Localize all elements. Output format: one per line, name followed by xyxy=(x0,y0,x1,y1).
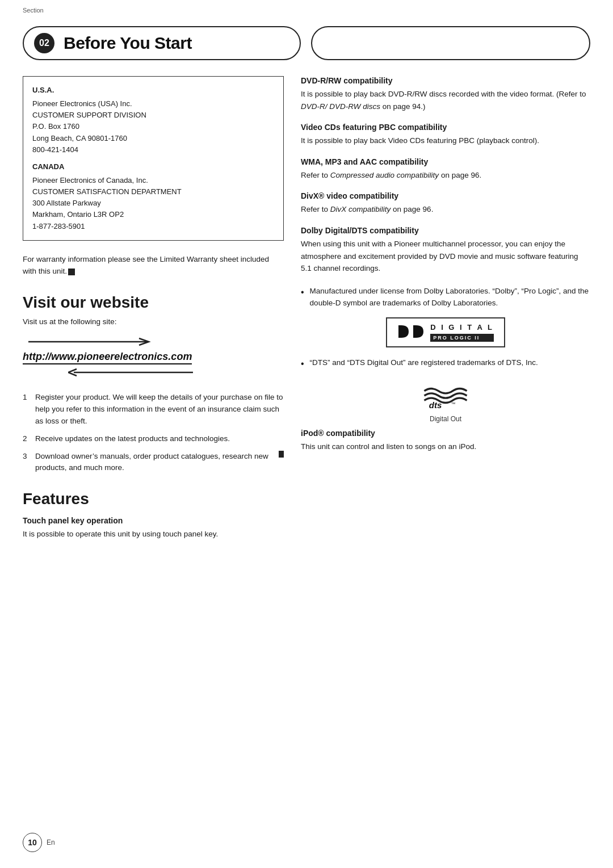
dolby-d2-icon xyxy=(412,324,425,339)
canada-line-4: Markham, Ontario L3R OP2 xyxy=(32,209,274,220)
address-box: U.S.A. Pioneer Electronics (USA) Inc. CU… xyxy=(23,76,284,241)
content: U.S.A. Pioneer Electronics (USA) Inc. CU… xyxy=(0,60,613,575)
url-arrow-bottom-svg xyxy=(68,366,227,378)
dolby-dts-heading: Dolby Digital/DTS compatibility xyxy=(301,226,590,235)
dolby-dd-shapes xyxy=(397,324,425,339)
usa-line-4: Long Beach, CA 90801-1760 xyxy=(32,133,274,144)
features-heading: Features xyxy=(23,490,284,508)
header-right-box xyxy=(311,26,590,60)
list-item: 1 Register your product. We will keep th… xyxy=(23,392,284,427)
divx-body: Refer to DivX compatibility on page 96. xyxy=(301,203,590,216)
visit-list: 1 Register your product. We will keep th… xyxy=(23,392,284,475)
dolby-text: D I G I T A L PRO LOGIC II xyxy=(430,323,494,342)
dolby-box: D I G I T A L PRO LOGIC II xyxy=(386,317,505,347)
visit-heading: Visit our website xyxy=(23,293,284,312)
dolby-digital-label: D I G I T A L xyxy=(430,323,494,333)
divx-section: DivX® video compatibility Refer to DivX … xyxy=(301,191,590,216)
stop-icon-2 xyxy=(279,451,284,458)
dolby-logo: D I G I T A L PRO LOGIC II xyxy=(301,317,590,347)
divx-heading: DivX® video compatibility xyxy=(301,191,590,200)
stop-icon xyxy=(68,269,75,275)
svg-text:dts: dts xyxy=(429,401,442,410)
right-column: DVD-R/RW compatibility It is possible to… xyxy=(301,76,590,552)
dts-logo-container: dts ™ Digital Out xyxy=(301,379,590,423)
usa-line-1: Pioneer Electronics (USA) Inc. xyxy=(32,98,274,110)
usa-label: U.S.A. xyxy=(32,85,274,96)
warranty-text: For warranty information please see the … xyxy=(23,253,284,278)
trademark-list: Manufactured under license from Dolby La… xyxy=(301,285,590,309)
video-cds-body: It is possible to play back Video CDs fe… xyxy=(301,135,590,147)
touch-panel-subheading: Touch panel key operation xyxy=(23,516,284,525)
left-column: U.S.A. Pioneer Electronics (USA) Inc. CU… xyxy=(23,76,284,552)
ipod-body: This unit can control and listen to song… xyxy=(301,441,590,453)
dolby-dts-body: When using this unit with a Pioneer mult… xyxy=(301,238,590,275)
title-pill: 02 Before You Start xyxy=(23,26,301,60)
dolby-prologic-label: PRO LOGIC II xyxy=(430,334,494,342)
footer-lang: En xyxy=(47,838,55,846)
usa-line-3: P.O. Box 1760 xyxy=(32,121,274,132)
dvd-rw-heading: DVD-R/RW compatibility xyxy=(301,76,590,85)
usa-line-2: CUSTOMER SUPPORT DIVISION xyxy=(32,110,274,121)
wma-mp3-body: Refer to Compressed audio compatibility … xyxy=(301,169,590,182)
canada-line-5: 1-877-283-5901 xyxy=(32,221,274,232)
visit-subtext: Visit us at the following site: xyxy=(23,317,284,326)
svg-rect-3 xyxy=(413,325,416,338)
svg-rect-2 xyxy=(398,325,401,338)
page-number: 10 xyxy=(23,833,42,852)
website-url[interactable]: http://www.pioneerelectronics.com xyxy=(23,351,192,364)
ipod-section: iPod® compatibility This unit can contro… xyxy=(301,429,590,453)
dts-digital-out-label: Digital Out xyxy=(430,415,461,423)
video-cds-heading: Video CDs featuring PBC compatibility xyxy=(301,123,590,132)
dolby-bullet: Manufactured under license from Dolby La… xyxy=(301,285,590,309)
list-item: 2 Receive updates on the latest products… xyxy=(23,433,284,445)
dts-logo-icon: dts ™ xyxy=(417,379,474,413)
page: Section 02 Before You Start U.S.A. Pione… xyxy=(0,0,613,868)
url-arrow-svg xyxy=(28,337,187,350)
dolby-dd-symbol xyxy=(397,324,425,340)
canada-label: CANADA xyxy=(32,161,274,173)
dts-bullet: “DTS” and “DTS Digital Out” are register… xyxy=(301,357,590,371)
footer: 10 En xyxy=(23,833,55,852)
usa-line-5: 800-421-1404 xyxy=(32,144,274,156)
dts-trademark-list: “DTS” and “DTS Digital Out” are register… xyxy=(301,357,590,371)
dvd-rw-body: It is possible to play back DVD-R/RW dis… xyxy=(301,88,590,112)
list-item: 3 Download owner’s manuals, order produc… xyxy=(23,451,284,475)
dolby-d1-icon xyxy=(397,324,410,339)
header: 02 Before You Start xyxy=(0,0,613,60)
ipod-heading: iPod® compatibility xyxy=(301,429,590,438)
dolby-dts-section: Dolby Digital/DTS compatibility When usi… xyxy=(301,226,590,275)
page-title: Before You Start xyxy=(64,33,192,53)
wma-mp3-section: WMA, MP3 and AAC compatibility Refer to … xyxy=(301,157,590,182)
section-label: Section xyxy=(23,7,44,14)
svg-text:™: ™ xyxy=(451,402,456,407)
canada-line-1: Pioneer Electronics of Canada, Inc. xyxy=(32,175,274,186)
section-number: 02 xyxy=(34,33,54,53)
canada-line-3: 300 Allstate Parkway xyxy=(32,198,274,209)
website-url-container: http://www.pioneerelectronics.com xyxy=(23,334,284,381)
touch-panel-body: It is possible to operate this unit by u… xyxy=(23,528,284,540)
dvd-rw-section: DVD-R/RW compatibility It is possible to… xyxy=(301,76,590,112)
video-cds-section: Video CDs featuring PBC compatibility It… xyxy=(301,123,590,147)
wma-mp3-heading: WMA, MP3 and AAC compatibility xyxy=(301,157,590,166)
canada-line-2: CUSTOMER SATISFACTION DEPARTMENT xyxy=(32,186,274,198)
